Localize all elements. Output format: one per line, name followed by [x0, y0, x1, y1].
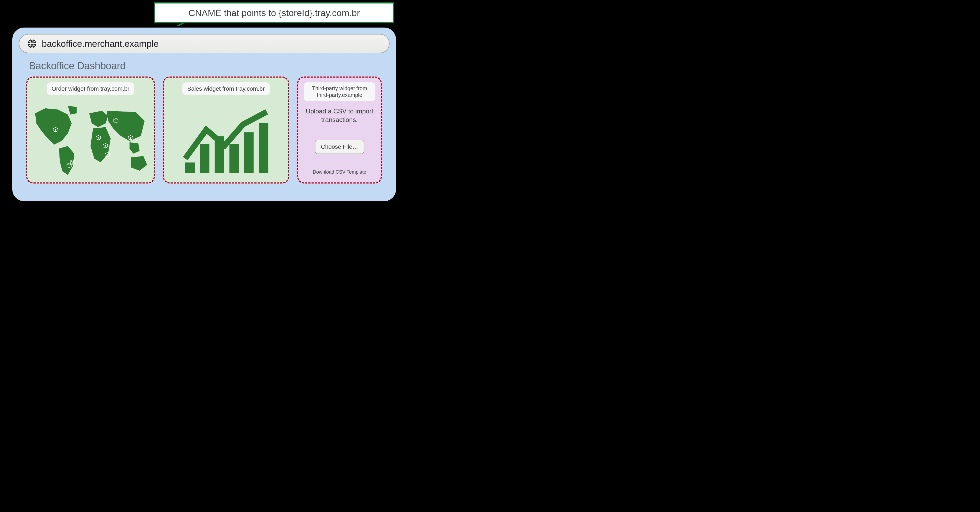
svg-rect-5	[244, 132, 254, 173]
svg-rect-6	[259, 123, 268, 173]
third-party-widget-label: Third-party widget from third-party.exam…	[304, 82, 375, 101]
sales-widget: Sales widget from tray.com.br	[163, 76, 289, 184]
download-csv-template-link[interactable]: Download CSV Template	[313, 169, 366, 175]
address-url: backoffice.merchant.example	[42, 38, 159, 49]
third-party-widget: Third-party widget from third-party.exam…	[297, 76, 382, 184]
order-widget-label: Order widget from tray.com.br	[47, 82, 134, 95]
svg-rect-1	[185, 162, 195, 173]
page-title: Backoffice Dashboard	[29, 60, 390, 72]
globe-icon	[27, 38, 37, 49]
sales-widget-label: Sales widget from tray.com.br	[182, 82, 269, 95]
choose-file-button[interactable]: Choose File…	[315, 139, 364, 154]
address-bar[interactable]: backoffice.merchant.example	[19, 34, 390, 53]
svg-rect-4	[229, 144, 239, 173]
upload-message: Upload a CSV to import transactions.	[305, 107, 374, 124]
world-map-icon	[27, 103, 154, 179]
browser-window: backoffice.merchant.example Backoffice D…	[11, 26, 398, 203]
cname-callout: CNAME that points to {storeId}.tray.com.…	[154, 2, 394, 23]
svg-rect-2	[200, 144, 209, 173]
order-widget: Order widget from tray.com.br	[26, 76, 155, 184]
callout-text: CNAME that points to {storeId}.tray.com.…	[188, 8, 360, 18]
bar-chart-icon	[183, 107, 269, 173]
widgets-row: Order widget from tray.com.br	[19, 76, 390, 184]
